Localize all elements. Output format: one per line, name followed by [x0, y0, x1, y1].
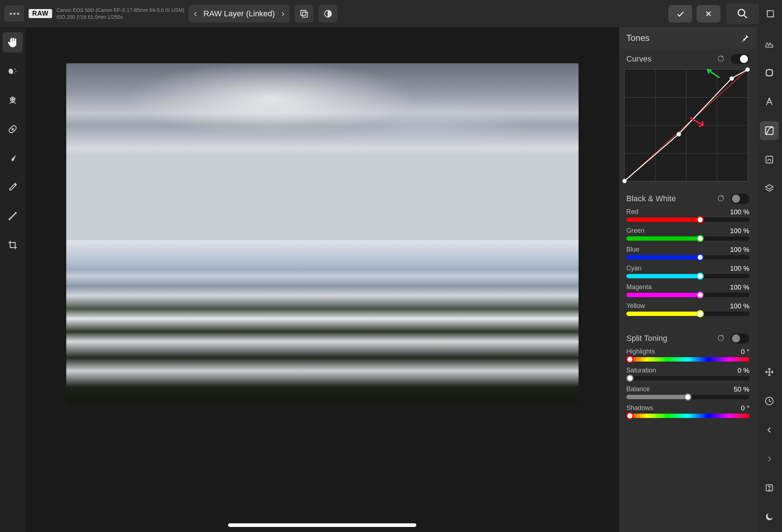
layers-stack-button[interactable]: [295, 5, 314, 22]
hand-tool[interactable]: [3, 32, 23, 52]
balance-slider[interactable]: [626, 395, 749, 399]
svg-line-20: [625, 69, 748, 181]
highlights-label: Highlights: [626, 348, 655, 356]
canvas-area[interactable]: [25, 27, 619, 532]
bw-channel-value: 100 %: [730, 302, 749, 310]
top-bar: RAW Canon EOS 50D (Canon EF-S 17-85mm f/…: [0, 0, 782, 27]
curves-toggle[interactable]: [731, 54, 749, 64]
bw-channel-slider[interactable]: [626, 293, 749, 297]
expand-icon[interactable]: [763, 9, 778, 18]
histogram-icon[interactable]: [760, 34, 779, 53]
left-toolbar: [0, 27, 25, 532]
svg-point-10: [16, 71, 17, 72]
accept-button[interactable]: [668, 5, 692, 22]
curves-panel-icon[interactable]: [760, 121, 779, 140]
layers-icon[interactable]: [760, 179, 779, 198]
svg-point-30: [769, 489, 770, 490]
bw-toggle[interactable]: [731, 194, 749, 204]
layer-label: RAW Layer (Linked): [203, 9, 275, 18]
split-toning-section-header: Split Toning: [619, 328, 757, 347]
reset-icon[interactable]: [717, 194, 726, 203]
menu-button[interactable]: [4, 5, 24, 22]
bw-channel-slider[interactable]: [626, 255, 749, 259]
bw-channel-value: 100 %: [730, 208, 749, 216]
raw-badge: RAW: [29, 9, 52, 18]
brush-tool[interactable]: [3, 148, 23, 168]
help-icon[interactable]: [760, 478, 779, 497]
shadows-hue-slider[interactable]: [626, 414, 749, 418]
svg-point-8: [8, 68, 14, 75]
heal-tool[interactable]: [3, 119, 23, 139]
bw-channel-label: Green: [626, 227, 644, 235]
history-icon[interactable]: [760, 392, 779, 410]
wand-blob-tool[interactable]: [3, 61, 23, 81]
moon-icon[interactable]: [760, 507, 779, 526]
curves-editor[interactable]: [624, 69, 748, 181]
bw-channel-value: 100 %: [730, 246, 749, 254]
layer-navigator: ‹ RAW Layer (Linked) ›: [189, 5, 290, 22]
curves-label: Curves: [626, 54, 652, 64]
bw-channel-value: 100 %: [730, 283, 749, 291]
saturation-label: Saturation: [626, 367, 656, 375]
panel-header: Tones: [619, 27, 757, 49]
next-layer-button[interactable]: ›: [281, 8, 285, 19]
move-icon[interactable]: [760, 363, 779, 381]
bw-channel-label: Magenta: [626, 283, 652, 291]
saturation-slider[interactable]: [626, 376, 749, 380]
svg-rect-24: [766, 70, 772, 76]
bw-section-header: Black & White: [619, 189, 757, 207]
redeye-tool[interactable]: [3, 90, 23, 110]
camera-exposure: ISO 200 ƒ/16 61.0mm 1/250s: [56, 14, 184, 20]
bw-channel-value: 100 %: [730, 227, 749, 235]
detail-icon[interactable]: [760, 150, 779, 169]
red-arrow-annotation: [689, 116, 710, 131]
right-toolbar: [757, 27, 782, 532]
bw-slider-cyan: Cyan 100 %: [626, 265, 749, 278]
zoom-search-button[interactable]: [726, 4, 759, 24]
bw-slider-red: Red 100 %: [626, 208, 749, 222]
bw-channel-value: 100 %: [730, 265, 749, 273]
next-icon[interactable]: [760, 449, 779, 468]
bw-channel-slider[interactable]: [626, 236, 749, 241]
bw-slider-blue: Blue 100 %: [626, 246, 749, 259]
highlights-value: 0 °: [741, 348, 749, 356]
highlights-hue-slider[interactable]: [626, 357, 749, 362]
svg-point-18: [15, 212, 17, 214]
balance-value: 50 %: [734, 385, 749, 393]
svg-point-5: [738, 9, 745, 16]
svg-line-6: [744, 15, 747, 18]
bw-channel-slider[interactable]: [626, 312, 749, 316]
reset-icon[interactable]: [717, 55, 726, 63]
split-toning-toggle[interactable]: [731, 333, 749, 343]
prev-layer-button[interactable]: ‹: [194, 8, 197, 19]
curves-section-header: Curves: [619, 49, 757, 68]
svg-rect-7: [767, 10, 773, 17]
eyedropper-tool[interactable]: [3, 177, 23, 197]
balance-label: Balance: [626, 385, 650, 393]
svg-point-25: [766, 69, 773, 76]
reset-icon[interactable]: [717, 334, 726, 343]
perspective-icon[interactable]: [760, 92, 779, 111]
svg-point-13: [12, 98, 14, 100]
svg-point-9: [14, 68, 16, 69]
image-preview: [66, 63, 579, 404]
split-toning-label: Split Toning: [626, 334, 667, 343]
camera-model: Canon EOS 50D (Canon EF-S 17-85mm f/4-5.…: [56, 7, 184, 13]
cancel-button[interactable]: [697, 5, 720, 22]
camera-metadata: Canon EOS 50D (Canon EF-S 17-85mm f/4-5.…: [56, 7, 184, 20]
svg-rect-27: [766, 156, 773, 163]
prev-icon[interactable]: [760, 421, 779, 439]
bw-channel-slider[interactable]: [626, 274, 749, 278]
transform-icon[interactable]: [760, 63, 779, 82]
tones-panel: Tones Curves Black &: [619, 27, 757, 532]
bw-label: Black & White: [626, 194, 676, 203]
bw-channel-label: Cyan: [626, 265, 642, 273]
shadows-value: 0 °: [741, 404, 749, 412]
green-arrow-annotation: [705, 67, 726, 82]
gradient-tool[interactable]: [3, 206, 23, 226]
pin-icon[interactable]: [741, 34, 749, 42]
circle-split-button[interactable]: [319, 5, 337, 22]
bw-channel-label: Red: [626, 208, 638, 216]
bw-channel-slider[interactable]: [626, 218, 749, 222]
crop-tool[interactable]: [3, 235, 23, 255]
